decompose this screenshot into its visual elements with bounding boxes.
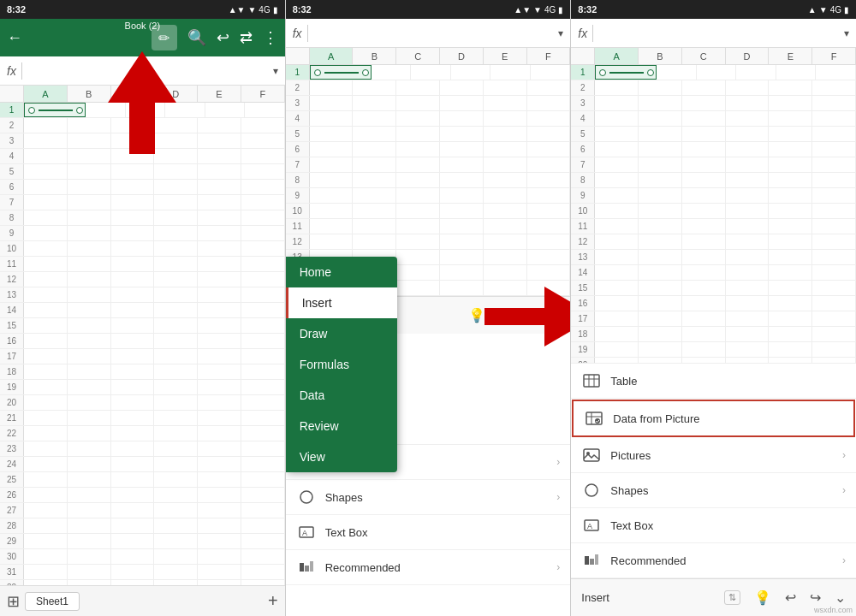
formula-arrow-1[interactable]: ▾: [273, 65, 278, 77]
col-D-3[interactable]: D: [726, 48, 770, 64]
col-E-2[interactable]: E: [484, 48, 527, 64]
svg-rect-23: [585, 556, 589, 565]
down-icon-3[interactable]: ⌄: [835, 589, 846, 606]
shapes-arrow-3: ›: [842, 484, 846, 496]
down-icon-2[interactable]: ⌄: [549, 307, 560, 323]
book-title-1: Book (2): [125, 21, 161, 31]
col-F-1[interactable]: F: [241, 86, 285, 102]
table-row: 8: [571, 173, 856, 188]
col-A-3[interactable]: A: [595, 48, 639, 64]
handle-left-2: [314, 69, 321, 76]
col-D-1[interactable]: D: [154, 86, 198, 102]
recommended-label-3: Recommended: [610, 554, 834, 567]
col-D-2[interactable]: D: [440, 48, 484, 64]
bulb-icon-2[interactable]: 💡: [468, 307, 485, 323]
col-E-1[interactable]: E: [198, 86, 241, 102]
insert-item-textbox[interactable]: A Text Box: [286, 515, 571, 550]
table-row: 10: [0, 241, 285, 257]
table-row: 6: [286, 142, 571, 157]
sheet-tab-1[interactable]: Sheet1: [25, 592, 80, 611]
table-row: 1: [286, 65, 571, 80]
table-row: 15: [0, 318, 285, 334]
cell-A1[interactable]: [24, 103, 86, 117]
menu-item-review[interactable]: Review: [286, 411, 397, 441]
table-row: 9: [286, 188, 571, 204]
insert-item-shapes[interactable]: Shapes ›: [286, 480, 571, 515]
row-num: 2: [571, 80, 595, 95]
col-C-1[interactable]: C: [111, 86, 155, 102]
col-B-3[interactable]: B: [639, 48, 682, 64]
col-C-2[interactable]: C: [396, 48, 440, 64]
sort-icon-3[interactable]: ⇅: [724, 590, 740, 605]
row-num: 16: [0, 334, 24, 348]
row-num: 4: [571, 111, 595, 126]
col-A-1[interactable]: A: [24, 86, 68, 102]
table-row: 2: [0, 118, 285, 133]
row-num: 3: [571, 96, 595, 110]
row-num: 6: [0, 180, 24, 194]
search-icon-1[interactable]: 🔍: [187, 28, 206, 47]
insert-item-data-from-picture[interactable]: Data from Picture: [572, 400, 855, 437]
shapes-icon-3: [581, 480, 602, 500]
status-icons-3: ▲ ▼ 4G ▮: [808, 5, 849, 15]
fx-label-1: fx: [7, 64, 16, 78]
col-B-1[interactable]: B: [68, 86, 111, 102]
insert-item-recommended[interactable]: Recommended ›: [286, 550, 571, 585]
row-num: 24: [0, 457, 24, 471]
col-A-2[interactable]: A: [310, 48, 354, 64]
col-F-3[interactable]: F: [812, 48, 856, 64]
back-button-1[interactable]: ←: [7, 29, 22, 47]
svg-rect-18: [584, 449, 599, 461]
insert-item-table[interactable]: Table: [571, 364, 856, 399]
table-row: 16: [571, 296, 856, 311]
menu-item-home[interactable]: Home: [286, 257, 397, 287]
handle-line-3: [609, 72, 644, 74]
redo-icon-3[interactable]: ↪: [810, 589, 821, 606]
add-sheet-button-1[interactable]: +: [268, 591, 278, 611]
menu-item-insert[interactable]: Insert: [286, 287, 397, 318]
cell-E1[interactable]: [205, 103, 246, 117]
battery-icon: ▮: [273, 5, 278, 15]
nav-menu: Home Insert Draw Formulas Data Review Vi…: [286, 257, 397, 472]
bulb-icon-3[interactable]: 💡: [754, 589, 771, 606]
cell[interactable]: [310, 65, 372, 80]
share-icon-1[interactable]: ⇄: [240, 28, 253, 47]
time-3: 8:32: [578, 4, 597, 15]
cell-D1[interactable]: [165, 103, 205, 117]
row-num: 29: [0, 534, 24, 548]
menu-item-draw[interactable]: Draw: [286, 318, 397, 349]
menu-item-view[interactable]: View: [286, 441, 397, 472]
formula-arrow-2[interactable]: ▾: [558, 27, 563, 39]
insert-item-recommended-3[interactable]: Recommended ›: [571, 543, 856, 578]
redo-icon-2[interactable]: ↪: [524, 307, 535, 323]
insert-item-shapes-3[interactable]: Shapes ›: [571, 473, 856, 508]
cell-B1[interactable]: [86, 103, 126, 117]
grid-1: 1 2 3 4 5 6 7 8: [0, 103, 285, 585]
insert-item-pictures[interactable]: Pictures ›: [571, 438, 856, 473]
row-num: 11: [0, 257, 24, 271]
undo-icon-2[interactable]: ↩: [499, 307, 510, 323]
cell-F1[interactable]: [245, 103, 285, 117]
formula-arrow-3[interactable]: ▾: [844, 27, 849, 39]
table-row: 30: [0, 549, 285, 565]
cell[interactable]: [595, 65, 657, 80]
table-row: 20: [0, 395, 285, 411]
insert-item-textbox-3[interactable]: A Text Box: [571, 508, 856, 543]
svg-point-20: [586, 484, 597, 496]
table-row: 19: [0, 380, 285, 395]
table-row: 10: [286, 204, 571, 219]
menu-item-data[interactable]: Data: [286, 380, 397, 411]
cell-C1[interactable]: [126, 103, 166, 117]
undo-icon-1[interactable]: ↩: [217, 28, 229, 47]
menu-item-formulas[interactable]: Formulas: [286, 349, 397, 380]
col-E-3[interactable]: E: [769, 48, 812, 64]
col-C-3[interactable]: C: [682, 48, 726, 64]
row-num: 6: [571, 142, 595, 157]
col-F-2[interactable]: F: [527, 48, 571, 64]
undo-icon-3[interactable]: ↩: [785, 589, 796, 606]
row-num: 16: [571, 296, 595, 311]
col-B-2[interactable]: B: [353, 48, 396, 64]
more-icon-1[interactable]: ⋮: [263, 28, 278, 47]
svg-rect-10: [584, 375, 599, 387]
table-row: 14: [571, 265, 856, 281]
